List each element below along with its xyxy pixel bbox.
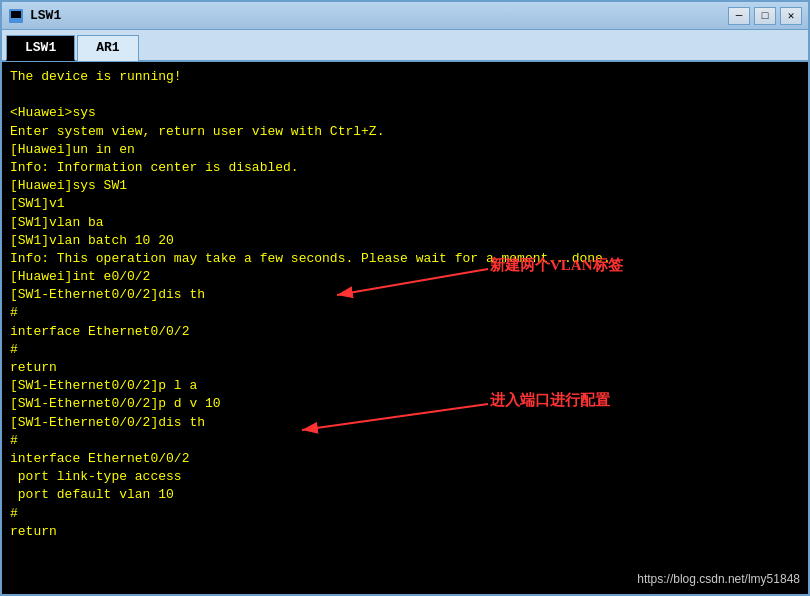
terminal-line: Info: Information center is disabled. — [10, 159, 800, 177]
terminal-line: return — [10, 523, 800, 541]
terminal-line: [SW1]vlan batch 10 20 — [10, 232, 800, 250]
terminal-content: The device is running! <Huawei>sysEnter … — [10, 68, 800, 541]
terminal-line: Enter system view, return user view with… — [10, 123, 800, 141]
terminal-line: # — [10, 341, 800, 359]
minimize-button[interactable]: ─ — [728, 7, 750, 25]
terminal-line: port link-type access — [10, 468, 800, 486]
terminal-line: [Huawei]sys SW1 — [10, 177, 800, 195]
window-title: LSW1 — [30, 8, 728, 23]
terminal-line: [SW1-Ethernet0/0/2]dis th — [10, 286, 800, 304]
terminal-line: interface Ethernet0/0/2 — [10, 323, 800, 341]
svg-rect-1 — [11, 11, 21, 18]
terminal-line: [Huawei]int e0/0/2 — [10, 268, 800, 286]
terminal-line: [SW1-Ethernet0/0/2]dis th — [10, 414, 800, 432]
terminal-line: The device is running! — [10, 68, 800, 86]
main-window: LSW1 ─ □ ✕ LSW1 AR1 The device is runnin… — [0, 0, 810, 596]
tab-bar: LSW1 AR1 — [2, 30, 808, 62]
terminal-line: [Huawei]un in en — [10, 141, 800, 159]
watermark: https://blog.csdn.net/lmy51848 — [637, 571, 800, 588]
terminal-line: <Huawei>sys — [10, 104, 800, 122]
terminal-line — [10, 86, 800, 104]
terminal-line: interface Ethernet0/0/2 — [10, 450, 800, 468]
terminal-line: return — [10, 359, 800, 377]
tab-lsw1[interactable]: LSW1 — [6, 35, 75, 61]
terminal-line: # — [10, 505, 800, 523]
terminal-line: port default vlan 10 — [10, 486, 800, 504]
close-button[interactable]: ✕ — [780, 7, 802, 25]
terminal-line: # — [10, 432, 800, 450]
window-icon — [8, 8, 24, 24]
terminal: The device is running! <Huawei>sysEnter … — [2, 62, 808, 594]
tab-ar1[interactable]: AR1 — [77, 35, 138, 61]
svg-rect-2 — [13, 20, 19, 22]
terminal-line: [SW1]v1 — [10, 195, 800, 213]
terminal-line: Info: This operation may take a few seco… — [10, 250, 800, 268]
terminal-line: [SW1]vlan ba — [10, 214, 800, 232]
restore-button[interactable]: □ — [754, 7, 776, 25]
window-controls: ─ □ ✕ — [728, 7, 802, 25]
terminal-line: [SW1-Ethernet0/0/2]p d v 10 — [10, 395, 800, 413]
terminal-line: [SW1-Ethernet0/0/2]p l a — [10, 377, 800, 395]
terminal-line: # — [10, 304, 800, 322]
title-bar: LSW1 ─ □ ✕ — [2, 2, 808, 30]
